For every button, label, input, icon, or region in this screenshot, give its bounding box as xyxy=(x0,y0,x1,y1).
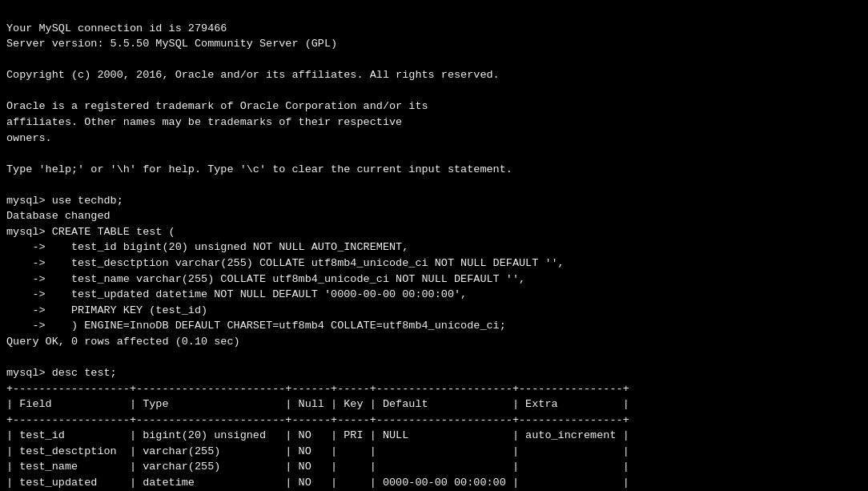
terminal-output: Your MySQL connection id is 279466 Serve… xyxy=(6,5,862,491)
terminal-text: Your MySQL connection id is 279466 Serve… xyxy=(6,22,629,491)
